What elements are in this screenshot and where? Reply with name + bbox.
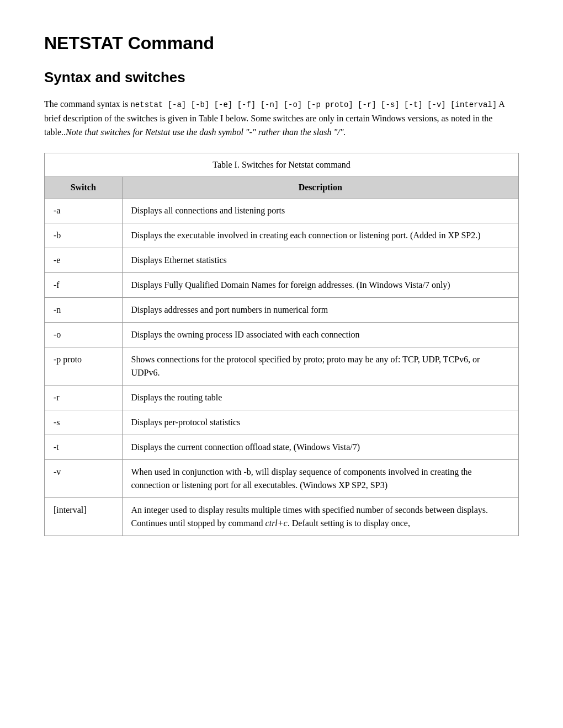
description-cell: Displays addresses and port numbers in n…	[122, 297, 518, 322]
table-caption: Table I. Switches for Netstat command	[45, 153, 518, 177]
intro-paragraph: The command syntax is netstat [-a] [-b] …	[44, 97, 519, 140]
col-header-description: Description	[122, 177, 518, 199]
intro-before-code: The command syntax is	[44, 99, 130, 109]
switch-cell: -e	[45, 248, 122, 272]
switch-cell: -v	[45, 459, 122, 497]
switch-cell: -p proto	[45, 347, 122, 385]
intro-code: netstat [-a] [-b] [-e] [-f] [-n] [-o] [-…	[130, 100, 497, 109]
switch-cell: -s	[45, 410, 122, 435]
description-cell: Displays all connections and listening p…	[122, 198, 518, 223]
description-cell: Displays per-protocol statistics	[122, 410, 518, 435]
description-cell: Displays the owning process ID associate…	[122, 322, 518, 347]
table-row: -bDisplays the executable involved in cr…	[45, 223, 518, 248]
switch-cell: [interval]	[45, 497, 122, 536]
table-header-row: Switch Description	[45, 177, 518, 199]
table-row: -aDisplays all connections and listening…	[45, 198, 518, 223]
table-row: [interval]An integer used to display res…	[45, 497, 518, 536]
switch-cell: -r	[45, 385, 122, 410]
switches-table: Switch Description -aDisplays all connec…	[45, 177, 518, 536]
col-header-switch: Switch	[45, 177, 122, 199]
table-row: -fDisplays Fully Qualified Domain Names …	[45, 272, 518, 297]
table-row: -sDisplays per-protocol statistics	[45, 410, 518, 435]
switch-cell: -o	[45, 322, 122, 347]
table-row: -eDisplays Ethernet statistics	[45, 248, 518, 272]
table-row: -rDisplays the routing table	[45, 385, 518, 410]
description-cell: Displays the current connection offload …	[122, 435, 518, 459]
description-cell: Displays the executable involved in crea…	[122, 223, 518, 248]
switch-cell: -b	[45, 223, 122, 248]
table-row: -p protoShows connections for the protoc…	[45, 347, 518, 385]
table-row: -nDisplays addresses and port numbers in…	[45, 297, 518, 322]
description-cell: An integer used to display results multi…	[122, 497, 518, 536]
section-title: Syntax and switches	[44, 69, 519, 86]
switch-cell: -f	[45, 272, 122, 297]
table-row: -vWhen used in conjunction with -b, will…	[45, 459, 518, 497]
description-cell: Displays the routing table	[122, 385, 518, 410]
page-title: NETSTAT Command	[44, 33, 519, 53]
intro-italic: Note that switches for Netstat use the d…	[66, 127, 346, 137]
description-cell: Displays Ethernet statistics	[122, 248, 518, 272]
description-cell: Displays Fully Qualified Domain Names fo…	[122, 272, 518, 297]
switches-table-container: Table I. Switches for Netstat command Sw…	[44, 153, 519, 536]
description-cell: When used in conjunction with -b, will d…	[122, 459, 518, 497]
table-row: -oDisplays the owning process ID associa…	[45, 322, 518, 347]
switch-cell: -t	[45, 435, 122, 459]
table-row: -tDisplays the current connection offloa…	[45, 435, 518, 459]
switch-cell: -a	[45, 198, 122, 223]
description-cell: Shows connections for the protocol speci…	[122, 347, 518, 385]
switch-cell: -n	[45, 297, 122, 322]
